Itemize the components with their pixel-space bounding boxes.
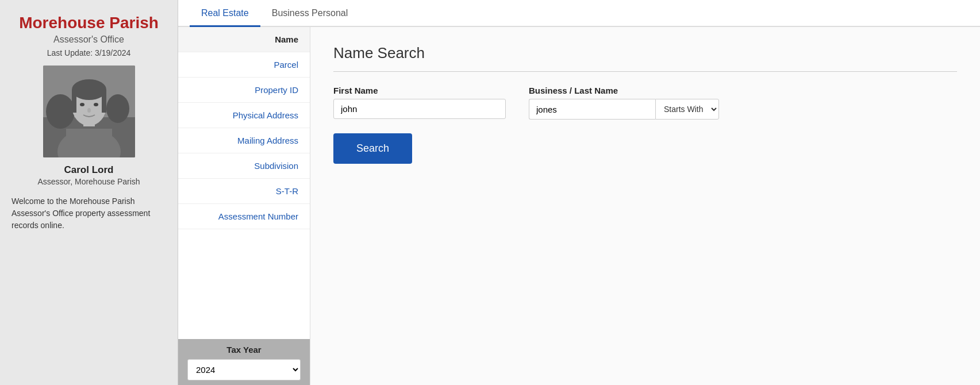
assessor-name: Carol Lord [64, 164, 114, 176]
tab-business-personal[interactable]: Business Personal [260, 0, 360, 27]
last-name-input[interactable] [529, 99, 655, 120]
svg-point-11 [80, 103, 84, 106]
assessor-photo [43, 66, 135, 157]
nav-item-assessment-number[interactable]: Assessment Number [178, 204, 310, 229]
nav-item-mailing-address[interactable]: Mailing Address [178, 128, 310, 153]
last-name-group: Business / Last Name Starts With Contain… [529, 86, 719, 120]
main-content: Real Estate Business Personal Name Parce… [178, 0, 980, 385]
first-name-input[interactable] [333, 99, 506, 119]
last-name-label: Business / Last Name [529, 86, 719, 95]
svg-point-8 [72, 79, 106, 100]
search-button[interactable]: Search [333, 133, 412, 164]
nav-panel: Name Parcel Property ID Physical Address… [178, 27, 310, 385]
sidebar-description: Welcome to the Morehouse Parish Assessor… [11, 195, 166, 232]
svg-point-2 [46, 94, 75, 129]
svg-point-3 [106, 94, 129, 123]
sidebar-subtitle: Assessor's Office [53, 34, 124, 45]
nav-item-subdivision[interactable]: Subdivision [178, 153, 310, 179]
first-name-group: First Name [333, 86, 506, 119]
sidebar: Morehouse Parish Assessor's Office Last … [0, 0, 178, 385]
search-title: Name Search [333, 44, 957, 62]
nav-item-str[interactable]: S-T-R [178, 179, 310, 204]
svg-rect-9 [72, 90, 76, 113]
sidebar-title: Morehouse Parish [19, 14, 159, 32]
nav-item-property-id[interactable]: Property ID [178, 78, 310, 103]
svg-rect-10 [102, 90, 106, 113]
tax-year-label: Tax Year [187, 345, 301, 355]
content-area: Name Parcel Property ID Physical Address… [178, 27, 980, 385]
starts-with-select[interactable]: Starts With Contains Exact [655, 99, 719, 120]
svg-rect-5 [66, 129, 112, 157]
nav-item-physical-address[interactable]: Physical Address [178, 103, 310, 128]
sidebar-last-update: Last Update: 3/19/2024 [47, 48, 131, 57]
assessor-role: Assessor, Morehouse Parish [37, 177, 140, 186]
tax-year-select[interactable]: 2024 2023 2022 2021 [187, 359, 301, 380]
svg-point-13 [87, 108, 91, 113]
search-divider [333, 71, 957, 72]
tab-real-estate[interactable]: Real Estate [190, 0, 260, 27]
main-tabs: Real Estate Business Personal [178, 0, 980, 27]
nav-item-name[interactable]: Name [178, 27, 310, 52]
search-panel: Name Search First Name Business / Last N… [310, 27, 980, 385]
tax-year-section: Tax Year 2024 2023 2022 2021 [178, 339, 310, 385]
nav-item-parcel[interactable]: Parcel [178, 52, 310, 78]
svg-point-12 [94, 103, 98, 106]
nav-spacer [178, 229, 310, 339]
last-name-row: Starts With Contains Exact [529, 99, 719, 120]
search-fields: First Name Business / Last Name Starts W… [333, 86, 957, 120]
first-name-label: First Name [333, 86, 506, 95]
